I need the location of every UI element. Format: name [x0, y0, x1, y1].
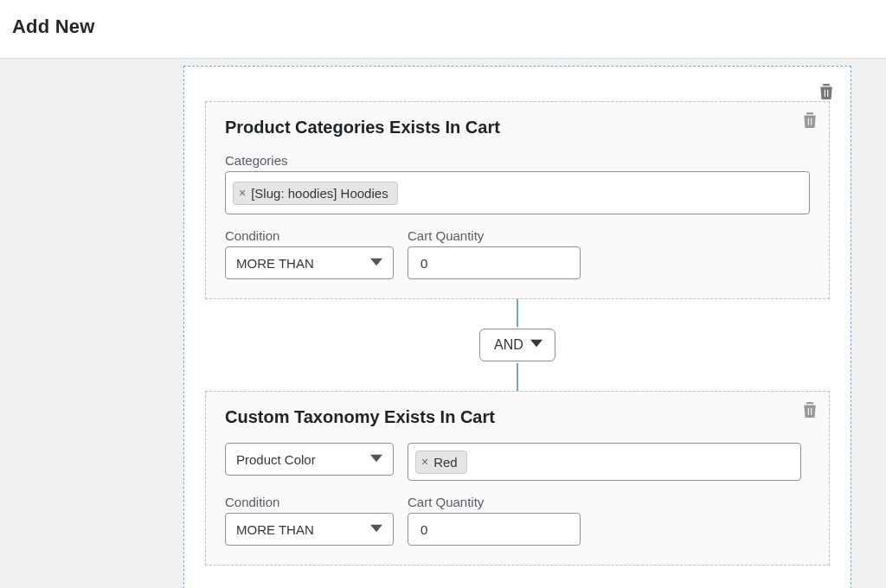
- condition-card-custom-taxonomy: Custom Taxonomy Exists In Cart Product C…: [205, 391, 830, 566]
- categories-multiselect[interactable]: × [Slug: hoodies] Hoodies: [225, 171, 810, 214]
- chevron-down-icon: [530, 337, 543, 353]
- condition-select-value: MORE THAN: [236, 256, 314, 271]
- trash-icon: [803, 112, 817, 128]
- connector-line: [517, 363, 518, 391]
- trash-icon: [819, 84, 833, 99]
- chevron-down-icon: [370, 256, 382, 271]
- condition-select[interactable]: MORE THAN: [225, 513, 394, 546]
- connector-line: [517, 299, 518, 327]
- tag-label: Red: [433, 455, 458, 470]
- tag-label: [Slug: hoodies] Hoodies: [251, 186, 388, 201]
- condition-group-container: Product Categories Exists In Cart Catego…: [183, 66, 851, 588]
- logic-operator-select[interactable]: AND: [479, 329, 555, 361]
- selected-term-tag[interactable]: × Red: [415, 451, 467, 474]
- content-area: Product Categories Exists In Cart Catego…: [0, 59, 886, 588]
- trash-icon: [803, 402, 817, 418]
- condition-card-title: Product Categories Exists In Cart: [225, 118, 810, 137]
- selected-category-tag[interactable]: × [Slug: hoodies] Hoodies: [233, 182, 398, 205]
- categories-label: Categories: [225, 153, 810, 168]
- chevron-down-icon: [370, 452, 382, 467]
- logic-operator-value: AND: [494, 337, 523, 353]
- condition-select[interactable]: MORE THAN: [225, 246, 394, 279]
- cart-quantity-label: Cart Quantity: [408, 228, 581, 243]
- remove-tag-icon[interactable]: ×: [421, 455, 428, 469]
- condition-card-product-categories: Product Categories Exists In Cart Catego…: [205, 101, 830, 299]
- remove-tag-icon[interactable]: ×: [239, 186, 246, 200]
- condition-select-value: MORE THAN: [236, 522, 314, 537]
- taxonomy-select[interactable]: Product Color: [225, 443, 394, 476]
- page-title: Add New: [0, 0, 886, 38]
- taxonomy-terms-multiselect[interactable]: × Red: [408, 443, 801, 481]
- condition-label: Condition: [225, 495, 394, 509]
- delete-condition-button[interactable]: [803, 402, 817, 421]
- chevron-down-icon: [370, 522, 382, 537]
- condition-label: Condition: [225, 228, 394, 243]
- cart-quantity-input-wrap: [408, 513, 581, 546]
- page-header: Add New: [0, 0, 886, 59]
- cart-quantity-input[interactable]: [419, 514, 569, 545]
- cart-quantity-input-wrap: [408, 246, 581, 279]
- cart-quantity-label: Cart Quantity: [408, 495, 581, 509]
- delete-condition-button[interactable]: [803, 112, 817, 131]
- condition-card-title: Custom Taxonomy Exists In Cart: [225, 407, 810, 427]
- taxonomy-select-value: Product Color: [236, 452, 316, 467]
- delete-group-button[interactable]: [819, 84, 833, 103]
- cart-quantity-input[interactable]: [419, 247, 569, 278]
